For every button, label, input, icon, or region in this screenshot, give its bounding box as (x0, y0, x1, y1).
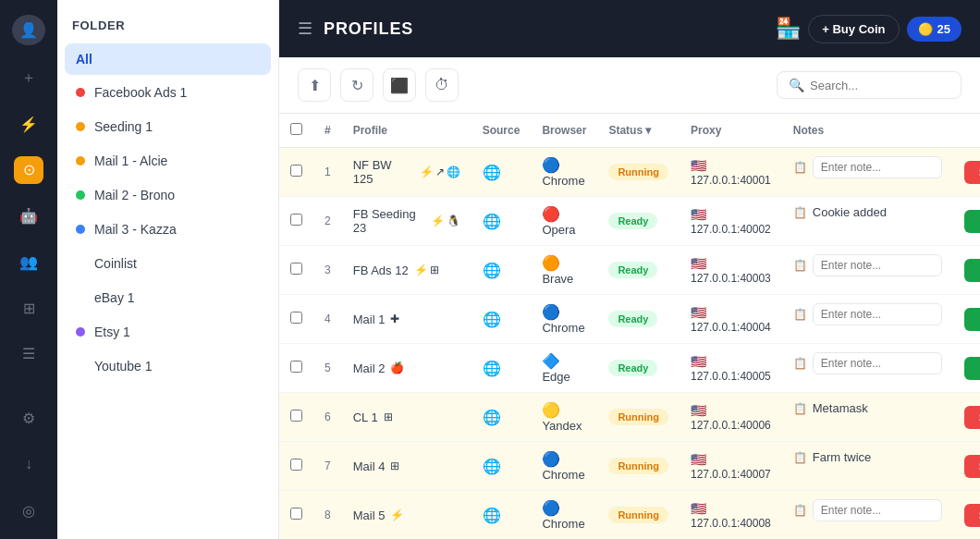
note-input[interactable] (813, 156, 942, 178)
menu-icon[interactable]: ☰ (298, 18, 312, 39)
row-notes: 📋Farm twice (782, 442, 953, 472)
monitor-button[interactable]: ⬛ (383, 68, 416, 102)
nav-lightning-icon[interactable]: ⚡ (14, 110, 43, 138)
refresh-button[interactable]: ↻ (340, 68, 374, 102)
user-avatar[interactable]: 👤 (12, 15, 45, 45)
folder-seeding-1[interactable]: Seeding 1 ⋯ (65, 109, 271, 143)
row-checkbox[interactable] (290, 165, 302, 177)
buy-coin-button[interactable]: + Buy Coin (808, 15, 899, 43)
row-checkbox[interactable] (290, 459, 302, 471)
col-actions (953, 114, 980, 148)
row-profile-name: NF BW 125 ⚡↗🌐 (342, 148, 472, 197)
row-checkbox[interactable] (290, 312, 302, 324)
folder-facebook-ads-1[interactable]: Facebook Ads 1 ⋯ (65, 75, 271, 109)
note-icon: 📋 (793, 308, 807, 321)
row-proxy: 🇺🇸 127.0.0.1:40008 (680, 491, 782, 540)
folder-coinlist[interactable]: Coinlist ⋯ (65, 246, 271, 280)
folder-all[interactable]: All (65, 43, 271, 75)
row-source: 🌐 (472, 246, 532, 295)
search-input[interactable] (810, 79, 949, 92)
row-source: 🌐 (472, 393, 532, 442)
table-header-row: # Profile Source Browser Status ▾ Proxy … (279, 114, 980, 148)
status-badge: Running (608, 458, 668, 474)
folder-mail-2-brono[interactable]: Mail 2 - Brono ⋯ (65, 178, 271, 212)
stop-button[interactable]: Stop (964, 406, 980, 429)
note-input[interactable] (813, 303, 942, 325)
folder-header: FOLDER (57, 0, 278, 43)
folder-name: Mail 2 - Brono (94, 188, 245, 202)
row-checkbox-cell (279, 148, 313, 197)
row-profile-name: Mail 1 ✚ (342, 295, 472, 344)
profile-icon: ⊞ (430, 263, 439, 276)
col-checkbox (279, 114, 313, 148)
row-browser: 🔵 Chrome (531, 148, 597, 197)
table-row: 6 CL 1 ⊞ 🌐 🟡 Yandex Running 🇺🇸 127.0.0.1… (279, 393, 980, 442)
nav-add-icon[interactable]: ＋ (14, 64, 43, 92)
row-notes: 📋 (782, 295, 953, 334)
export-button[interactable]: ⬆ (298, 68, 331, 102)
row-proxy: 🇺🇸 127.0.0.1:40007 (680, 442, 782, 491)
store-icon[interactable]: 🏪 (776, 17, 801, 41)
row-checkbox[interactable] (290, 410, 302, 422)
run-button[interactable]: Run (964, 210, 980, 233)
nav-team-icon[interactable]: 👥 (14, 248, 43, 276)
proxy-text: 127.0.0.1:40006 (691, 419, 771, 432)
note-text: Cookie added (813, 205, 887, 219)
source-icon: 🌐 (483, 214, 501, 229)
history-button[interactable]: ⏱ (425, 68, 459, 102)
flag-icon: 🇺🇸 (691, 403, 706, 418)
note-icon: 📋 (793, 161, 807, 174)
row-num: 3 (313, 246, 342, 295)
status-badge: Running (608, 409, 668, 425)
row-profile-name: FB Seeding 23 ⚡🐧 (342, 197, 472, 246)
folder-ebay-1[interactable]: eBay 1 ⋯ (65, 280, 271, 314)
folder-youtube-1[interactable]: Youtube 1 ⋯ (65, 349, 271, 383)
nav-table-icon[interactable]: ⊞ (14, 294, 43, 322)
folder-mail-1-alcie[interactable]: Mail 1 - Alcie ⋯ (65, 143, 271, 178)
run-button[interactable]: Run (964, 308, 980, 331)
stop-button[interactable]: Stop (964, 455, 980, 478)
row-checkbox[interactable] (290, 361, 302, 373)
row-checkbox-cell (279, 246, 313, 295)
flag-icon: 🇺🇸 (691, 158, 706, 173)
table-row: 4 Mail 1 ✚ 🌐 🔵 Chrome Ready 🇺🇸 127.0.0.1… (279, 295, 980, 344)
row-status: Ready (597, 295, 680, 344)
nav-profiles-icon[interactable]: ⊙ (14, 156, 43, 184)
nav-list-icon[interactable]: ☰ (14, 340, 43, 368)
nav-download-icon[interactable]: ↓ (14, 450, 43, 478)
stop-button[interactable]: Stop (964, 161, 980, 184)
flag-icon: 🇺🇸 (691, 501, 706, 516)
note-text: Metamask (813, 401, 868, 415)
profile-icon: ⚡ (431, 214, 445, 227)
nav-circle-icon[interactable]: ◎ (14, 496, 43, 524)
row-checkbox[interactable] (290, 263, 302, 275)
flag-icon: 🇺🇸 (691, 256, 706, 271)
note-input[interactable] (813, 499, 942, 521)
status-badge: Ready (608, 213, 657, 229)
row-actions: Stop ⋮ (953, 148, 980, 197)
row-browser: 🔵 Chrome (531, 491, 597, 540)
topbar-icons: 🏪 + Buy Coin 🟡 25 (776, 15, 962, 43)
row-proxy: 🇺🇸 127.0.0.1:40002 (680, 197, 782, 246)
folder-etsy-1[interactable]: Etsy 1 ⋯ (65, 314, 271, 349)
proxy-text: 127.0.0.1:40004 (691, 321, 771, 334)
proxy-text: 127.0.0.1:40003 (691, 272, 771, 285)
row-status: Running (597, 393, 680, 442)
nav-bot-icon[interactable]: 🤖 (14, 202, 43, 230)
run-button[interactable]: Run (964, 259, 980, 282)
search-box: 🔍 (777, 71, 962, 99)
row-actions: Run ⋮ (953, 246, 980, 295)
note-input[interactable] (813, 254, 942, 276)
row-checkbox[interactable] (290, 214, 302, 226)
col-status[interactable]: Status ▾ (597, 114, 680, 148)
stop-button[interactable]: Stop (964, 504, 980, 527)
select-all-checkbox[interactable] (290, 123, 302, 135)
run-button[interactable]: Run (964, 357, 980, 380)
flag-icon: 🇺🇸 (691, 354, 706, 369)
folder-name: Mail 1 - Alcie (94, 153, 245, 168)
folder-mail-3-kazza[interactable]: Mail 3 - Kazza ⋯ (65, 212, 271, 246)
row-status: Running (597, 491, 680, 540)
nav-settings-icon[interactable]: ⚙ (14, 405, 43, 433)
note-input[interactable] (813, 352, 942, 374)
row-checkbox[interactable] (290, 508, 302, 520)
